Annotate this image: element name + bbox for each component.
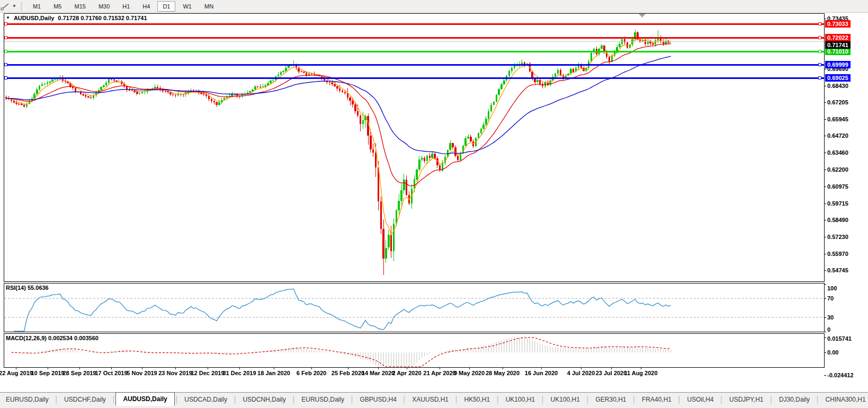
tab-usdcnh-daily[interactable]: USDCNH,Daily: [237, 394, 291, 405]
tab-separator: │: [720, 396, 724, 403]
timeframe-button-m5[interactable]: M5: [48, 1, 67, 12]
tab-separator: │: [541, 396, 545, 403]
timeframe-toolbar: ▼ M1M5M15M30H1H4D1W1MN: [0, 0, 868, 13]
horizontal-line-objects[interactable]: [4, 23, 824, 79]
timeframe-button-h1[interactable]: H1: [117, 1, 135, 12]
price-axis-tick-label: 0.65945: [827, 116, 848, 122]
pane-frames: [4, 13, 826, 375]
price-axis-tick-label: 0.58490: [827, 217, 848, 223]
moving-averages: [6, 39, 671, 235]
candles: [5, 30, 672, 275]
tab-separator: │: [454, 396, 459, 403]
timeframe-button-mn[interactable]: MN: [199, 1, 219, 12]
ohlc-values: 0.71728 0.71760 0.71532 0.71741: [58, 15, 147, 21]
tab-uk100-h1[interactable]: UK100,H1: [545, 394, 586, 405]
price-badge-0.73033: 0.73033: [825, 20, 851, 28]
tab-china300-h1[interactable]: CHINA300,H1: [820, 394, 868, 405]
tab-hk50-h1[interactable]: HK50,H1: [459, 394, 496, 405]
time-axis-label: 18 Jan 2020: [257, 370, 290, 376]
time-axis-label: 17 Oct 2019: [95, 370, 127, 376]
tab-usdjpy-h1[interactable]: USDJPY,H1: [723, 394, 769, 405]
tab-separator: │: [55, 396, 59, 403]
price-axis-tick-label: 0.67205: [827, 99, 848, 105]
symbol-dropdown-icon[interactable]: ▼: [6, 15, 10, 20]
tab-separator: │: [112, 396, 116, 403]
time-axis-label: 6 Feb 2020: [297, 370, 326, 376]
rsi-axis-tick-label: 30: [827, 314, 834, 321]
timeframe-button-h4[interactable]: H4: [137, 1, 155, 12]
timeframe-button-m30[interactable]: M30: [93, 1, 115, 12]
tab-separator: │: [816, 396, 820, 403]
timeframe-button-m15[interactable]: M15: [69, 1, 91, 12]
tab-separator: │: [350, 396, 354, 403]
rsi-axis-tick-label: 0: [827, 326, 830, 333]
price-axis-tick-label: 0.54745: [827, 267, 848, 273]
tab-fra40-h1[interactable]: FRA40,H1: [636, 394, 677, 405]
time-axis-label: 4 Jul 2020: [567, 370, 595, 376]
time-axis-label: 14 Mar 2020: [362, 370, 395, 376]
price-badge-0.69025: 0.69025: [825, 74, 851, 82]
time-axis-label: 28 May 2020: [486, 370, 520, 376]
tab-separator: │: [402, 396, 407, 403]
price-axis-tick-label: 0.68430: [827, 83, 848, 89]
timeframe-button-m1[interactable]: M1: [28, 1, 46, 12]
tab-ger30-h1[interactable]: GER30,H1: [589, 394, 632, 405]
macd-axis-tick-label: -0.024412: [827, 372, 854, 378]
chevron-down-icon[interactable]: ▼: [12, 4, 16, 8]
tab-usoil-h4[interactable]: USOil,H4: [682, 394, 720, 405]
tab-separator: │: [496, 396, 500, 403]
price-badge-0.69999: 0.69999: [825, 61, 851, 68]
tab-gbpusd-h4[interactable]: GBPUSD,H4: [354, 394, 402, 405]
tab-audusd-daily[interactable]: AUDUSD,Daily: [115, 392, 174, 406]
symbol-label: AUDUSD,Daily: [14, 15, 54, 21]
tab-usdchf-daily[interactable]: USDCHF,Daily: [58, 394, 112, 405]
time-axis-label: 16 Jun 2020: [525, 370, 558, 376]
time-axis-label: 25 Feb 2020: [332, 370, 364, 376]
time-axis-label: 23 Jul 2020: [596, 370, 627, 376]
tab-xauusd-h1[interactable]: XAUUSD,H1: [406, 394, 454, 405]
timeframe-button-d1[interactable]: D1: [157, 1, 175, 12]
timeframe-button-w1[interactable]: W1: [177, 1, 197, 12]
tab-separator: │: [677, 396, 682, 403]
chart-tab-bar: EURUSD,Daily│USDCHF,Daily│AUDUSD,Daily│U…: [0, 392, 868, 406]
time-axis-label: 31 Dec 2019: [223, 370, 256, 376]
price-axis-tick-label: 0.57230: [827, 234, 848, 240]
trendline-tool-icon[interactable]: [1, 2, 11, 11]
time-axis-label: 12 Dec 2019: [191, 370, 225, 376]
toolbar-grip-handle[interactable]: [21, 2, 22, 11]
price-badge-0.71741: 0.71741: [825, 41, 851, 49]
rsi-plot: [4, 289, 824, 331]
time-axis-label: 22 Aug 2019: [0, 370, 33, 376]
macd-axis-tick-label: 0.015741: [827, 335, 852, 342]
time-axis-label: 5 Nov 2019: [127, 370, 157, 376]
price-axis-tick-label: 0.59715: [827, 200, 848, 207]
price-axis-tick-label: 0.55970: [827, 251, 848, 257]
rsi-label: RSI(14) 55.0636: [6, 285, 49, 291]
macd-plot: [6, 337, 671, 367]
tab-separator: │: [632, 396, 636, 403]
tab-uk100-h1[interactable]: UK100,H1: [500, 394, 541, 405]
tab-eurusd-daily[interactable]: EURUSD,Daily: [0, 394, 55, 405]
macd-axis-tick-label: 0.00: [827, 349, 838, 356]
tab-usdcad-daily[interactable]: USDCAD,Daily: [178, 394, 233, 405]
chart-shift-marker-icon[interactable]: [639, 14, 646, 17]
macd-label: MACD(12,26,9) 0.002534 0.003560: [6, 335, 99, 341]
rsi-axis-tick-label: 70: [827, 295, 834, 301]
chart-title: ▼ AUDUSD,Daily 0.71728 0.71760 0.71532 0…: [6, 15, 147, 21]
tab-separator: │: [292, 396, 296, 403]
price-axis-tick-label: 0.63460: [827, 149, 848, 156]
price-axis-tick-label: 0.60975: [827, 183, 848, 190]
price-axis-tick-label: 0.62200: [827, 166, 848, 173]
tab-separator: │: [769, 396, 774, 403]
tab-separator: │: [233, 396, 237, 403]
price-badge-0.72022: 0.72022: [825, 34, 851, 41]
chart-canvas[interactable]: [0, 0, 868, 408]
tab-dj30-daily[interactable]: DJ30,Daily: [773, 394, 816, 405]
time-axis-label: 10 Sep 2019: [31, 370, 65, 376]
tab-eurusd-daily[interactable]: EURUSD,Daily: [296, 394, 350, 405]
time-axis-label: 11 Aug 2020: [624, 370, 657, 376]
rsi-axis-tick-label: 100: [827, 285, 837, 291]
tab-separator: │: [586, 396, 590, 403]
time-axis-label: 9 May 2020: [454, 370, 485, 376]
time-axis-label: 23 Nov 2019: [158, 370, 192, 376]
